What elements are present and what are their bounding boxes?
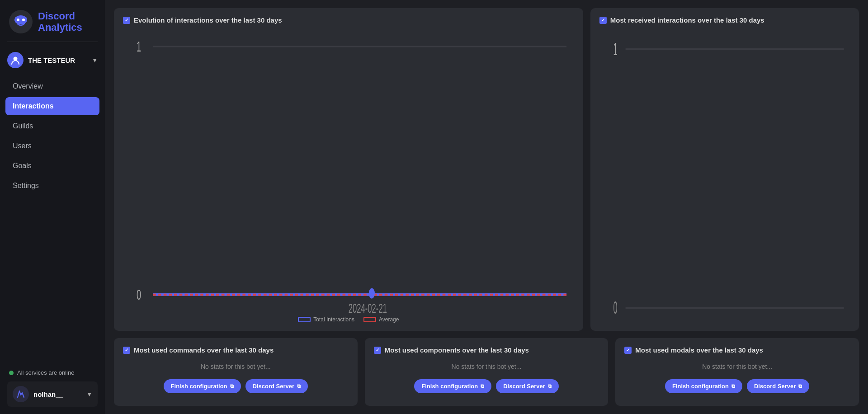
legend-total: Total Interactions bbox=[298, 316, 354, 323]
commands-discord-ext-icon: ⧉ bbox=[297, 383, 301, 389]
most-modals-empty: No stats for this bot yet... Finish conf… bbox=[624, 358, 850, 398]
modals-discord-label: Discord Server bbox=[754, 383, 796, 390]
most-components-checkbox[interactable] bbox=[374, 347, 381, 354]
most-received-chart-area: 1 0 bbox=[599, 28, 850, 323]
user-selector[interactable]: THE TESTEUR ▼ bbox=[0, 48, 105, 75]
commands-finish-ext-icon: ⧉ bbox=[230, 383, 234, 389]
status-text: All services are online bbox=[17, 369, 74, 376]
bottom-row: Most used commands over the last 30 days… bbox=[114, 338, 859, 406]
most-modals-buttons: Finish configuration ⧉ Discord Server ⧉ bbox=[665, 379, 809, 393]
modals-discord-ext-icon: ⧉ bbox=[798, 383, 802, 389]
status-row: All services are online bbox=[7, 365, 98, 381]
most-components-empty: No stats for this bot yet... Finish conf… bbox=[374, 358, 599, 398]
modals-finish-label: Finish configuration bbox=[672, 383, 729, 390]
legend-average: Average bbox=[363, 316, 399, 323]
bottom-chevron-icon: ▼ bbox=[86, 391, 92, 398]
commands-discord-server-button[interactable]: Discord Server ⧉ bbox=[245, 379, 308, 393]
app-title: Discord Analytics bbox=[38, 10, 96, 33]
divider bbox=[7, 42, 98, 42]
svg-point-5 bbox=[25, 17, 27, 19]
most-modals-title-text: Most used modals over the last 30 days bbox=[635, 346, 763, 354]
evolution-card-title: Evolution of interactions over the last … bbox=[123, 16, 574, 24]
svg-text:0: 0 bbox=[137, 287, 141, 302]
components-discord-server-button[interactable]: Discord Server ⧉ bbox=[496, 379, 559, 393]
svg-point-3 bbox=[22, 19, 25, 21]
svg-text:2024-02-21: 2024-02-21 bbox=[349, 301, 387, 313]
sidebar-item-goals[interactable]: Goals bbox=[5, 157, 99, 175]
most-modals-card: Most used modals over the last 30 days N… bbox=[615, 338, 859, 406]
legend-total-color bbox=[298, 317, 311, 322]
commands-finish-label: Finish configuration bbox=[171, 383, 227, 390]
most-modals-empty-text: No stats for this bot yet... bbox=[702, 363, 772, 370]
sidebar-item-overview[interactable]: Overview bbox=[5, 77, 99, 95]
svg-text:1: 1 bbox=[613, 39, 617, 58]
evolution-checkbox[interactable] bbox=[123, 17, 130, 24]
evolution-chart-legend: Total Interactions Average bbox=[123, 316, 574, 323]
most-received-title-text: Most received interactions over the last… bbox=[610, 16, 764, 24]
svg-point-1 bbox=[14, 15, 27, 24]
most-received-checkbox[interactable] bbox=[599, 17, 607, 24]
chevron-down-icon: ▼ bbox=[92, 57, 98, 64]
most-commands-title: Most used commands over the last 30 days bbox=[123, 346, 349, 354]
evolution-title-text: Evolution of interactions over the last … bbox=[134, 16, 282, 24]
most-components-card: Most used components over the last 30 da… bbox=[365, 338, 609, 406]
svg-point-2 bbox=[17, 19, 19, 21]
evolution-chart-svg: 1 0 2024-02-21 bbox=[123, 28, 574, 313]
legend-total-label: Total Interactions bbox=[313, 316, 354, 323]
sidebar: Discord Analytics THE TESTEUR ▼ Overview… bbox=[0, 0, 105, 414]
sidebar-item-users[interactable]: Users bbox=[5, 137, 99, 155]
user-avatar bbox=[7, 52, 24, 68]
most-modals-title: Most used modals over the last 30 days bbox=[624, 346, 850, 354]
legend-average-label: Average bbox=[379, 316, 399, 323]
svg-point-4 bbox=[15, 17, 17, 19]
bottom-user-avatar bbox=[13, 386, 29, 402]
most-commands-buttons: Finish configuration ⧉ Discord Server ⧉ bbox=[164, 379, 308, 393]
svg-text:1: 1 bbox=[137, 39, 141, 54]
most-received-title: Most received interactions over the last… bbox=[599, 16, 850, 24]
components-discord-ext-icon: ⧉ bbox=[548, 383, 552, 389]
sidebar-item-interactions[interactable]: Interactions bbox=[5, 97, 99, 115]
bottom-user-selector[interactable]: nolhan__ ▼ bbox=[7, 381, 98, 407]
most-modals-checkbox[interactable] bbox=[624, 347, 632, 354]
sidebar-bottom: All services are online nolhan__ ▼ bbox=[0, 365, 105, 414]
main-content: Evolution of interactions over the last … bbox=[105, 0, 868, 414]
legend-average-color bbox=[363, 317, 376, 322]
most-components-buttons: Finish configuration ⧉ Discord Server ⧉ bbox=[414, 379, 558, 393]
status-dot bbox=[9, 371, 14, 375]
discord-analytics-icon bbox=[9, 10, 33, 33]
most-commands-title-text: Most used commands over the last 30 days bbox=[134, 346, 274, 354]
most-commands-card: Most used commands over the last 30 days… bbox=[114, 338, 358, 406]
most-commands-empty-text: No stats for this bot yet... bbox=[201, 363, 271, 370]
components-finish-label: Finish configuration bbox=[421, 383, 478, 390]
modals-finish-configuration-button[interactable]: Finish configuration ⧉ bbox=[665, 379, 742, 393]
bottom-username: nolhan__ bbox=[33, 390, 82, 398]
most-received-svg: 1 0 bbox=[604, 28, 850, 323]
user-name: THE TESTEUR bbox=[28, 56, 87, 64]
components-finish-ext-icon: ⧉ bbox=[481, 383, 484, 389]
evolution-card: Evolution of interactions over the last … bbox=[114, 8, 583, 331]
most-components-title-text: Most used components over the last 30 da… bbox=[385, 346, 529, 354]
commands-discord-label: Discord Server bbox=[253, 383, 295, 390]
most-received-card: Most received interactions over the last… bbox=[590, 8, 859, 331]
svg-text:0: 0 bbox=[613, 298, 617, 317]
svg-point-11 bbox=[369, 288, 375, 299]
logo-container: Discord Analytics bbox=[0, 0, 105, 42]
most-commands-checkbox[interactable] bbox=[123, 347, 130, 354]
components-finish-configuration-button[interactable]: Finish configuration ⧉ bbox=[414, 379, 491, 393]
most-commands-empty: No stats for this bot yet... Finish conf… bbox=[123, 358, 349, 398]
commands-finish-configuration-button[interactable]: Finish configuration ⧉ bbox=[164, 379, 241, 393]
sidebar-item-guilds[interactable]: Guilds bbox=[5, 117, 99, 135]
sidebar-nav: Overview Interactions Guilds Users Goals… bbox=[0, 75, 105, 365]
modals-finish-ext-icon: ⧉ bbox=[731, 383, 735, 389]
modals-discord-server-button[interactable]: Discord Server ⧉ bbox=[747, 379, 810, 393]
top-row: Evolution of interactions over the last … bbox=[114, 8, 859, 331]
sidebar-item-settings[interactable]: Settings bbox=[5, 177, 99, 195]
most-components-title: Most used components over the last 30 da… bbox=[374, 346, 599, 354]
components-discord-label: Discord Server bbox=[503, 383, 545, 390]
most-components-empty-text: No stats for this bot yet... bbox=[452, 363, 522, 370]
evolution-chart-area: 1 0 2024-02-21 bbox=[123, 28, 574, 313]
